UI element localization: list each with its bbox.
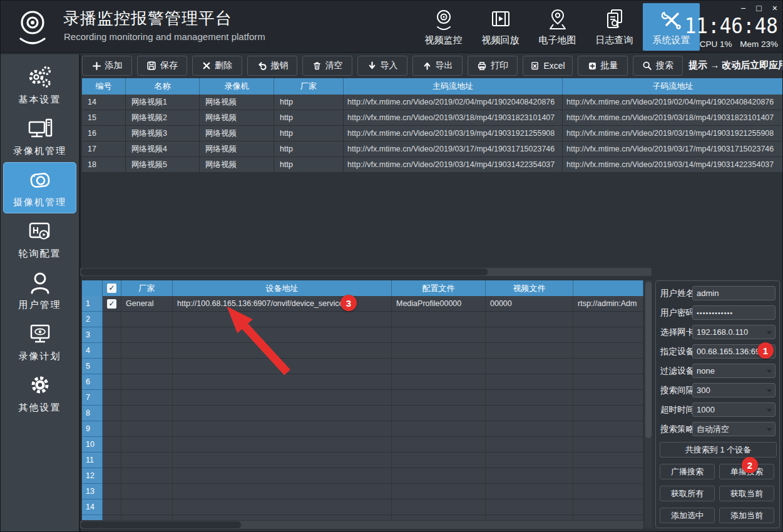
checkbox-cell[interactable]	[103, 515, 121, 520]
scrollbar-thumb[interactable]	[81, 269, 488, 275]
search-interval-select[interactable]: 300	[692, 383, 775, 397]
checkbox-cell[interactable]	[103, 359, 121, 374]
table-row[interactable]: 17网络视频4网络视频httphttp://vfx.mtime.cn/Video…	[82, 141, 783, 157]
column-header-sub-stream[interactable]: 子码流地址	[563, 78, 783, 95]
nav-video-monitor[interactable]: 视频监控	[415, 3, 472, 51]
column-header-profile[interactable]: 配置文件	[392, 280, 486, 296]
table-row[interactable]: 12	[82, 468, 643, 484]
checkbox-cell[interactable]	[103, 468, 121, 484]
sidebar-item-polling-config[interactable]: 轮询配置	[1, 213, 79, 265]
network-card-select[interactable]: 192.168.0.110	[692, 325, 775, 339]
table-row[interactable]: 18网络视频5网络视频httphttp://vfx.mtime.cn/Video…	[82, 157, 783, 173]
checkbox-cell[interactable]: ✓	[103, 296, 121, 312]
top-table-horizontal-scrollbar[interactable]	[80, 268, 652, 276]
table-row[interactable]: 10	[82, 437, 643, 453]
undo-button[interactable]: 撤销	[247, 56, 297, 76]
close-button[interactable]: ×	[772, 3, 777, 13]
table-row[interactable]: 14	[82, 499, 643, 515]
checkbox-cell[interactable]	[103, 437, 121, 453]
scrollbar-thumb[interactable]	[81, 521, 241, 528]
checkbox-cell[interactable]	[103, 453, 121, 468]
digital-clock: 11:46:48	[685, 14, 778, 38]
column-header-select-all[interactable]: ✓	[103, 280, 121, 296]
filter-device-select[interactable]: none	[692, 364, 775, 378]
undo-icon	[257, 61, 267, 71]
table-row[interactable]: 13	[82, 484, 643, 499]
table-row[interactable]: 7	[82, 390, 643, 406]
print-button[interactable]: 打印	[468, 56, 518, 76]
table-row[interactable]: 5	[82, 359, 643, 374]
clear-button[interactable]: 清空	[302, 56, 352, 76]
target-device-input[interactable]	[692, 344, 775, 359]
save-button[interactable]: 保存	[137, 56, 187, 76]
checkbox-cell[interactable]	[103, 374, 121, 390]
nav-e-map[interactable]: 电子地图	[529, 3, 586, 51]
cell-video-file	[486, 406, 573, 421]
sidebar-item-basic-settings[interactable]: 基本设置	[1, 59, 79, 111]
table-row[interactable]	[82, 515, 643, 520]
table-row[interactable]: 3	[82, 327, 643, 343]
row-number: 9	[82, 421, 103, 437]
checkbox-cell[interactable]	[103, 406, 121, 421]
column-header-vendor[interactable]: 厂家	[274, 78, 344, 95]
sidebar-item-recording-plan[interactable]: 录像计划	[1, 316, 79, 367]
sidebar-item-user-management[interactable]: 用户管理	[1, 265, 79, 316]
batch-button[interactable]: 批量	[578, 56, 628, 76]
cell-rtsp	[573, 343, 643, 359]
table-row[interactable]: 15网络视频2网络视频httphttp://vfx.mtime.cn/Video…	[82, 110, 783, 126]
add-current-button[interactable]: 添加当前	[719, 508, 774, 523]
column-header-id[interactable]: 编号	[82, 78, 126, 95]
column-header-main-stream[interactable]: 主码流地址	[344, 78, 563, 95]
username-input[interactable]	[692, 286, 775, 300]
unicast-search-button[interactable]: 单播搜索	[719, 464, 774, 479]
column-header-device-address[interactable]: 设备地址	[173, 280, 392, 296]
row-checkbox-checked[interactable]: ✓	[107, 299, 116, 309]
minimize-button[interactable]: −	[740, 3, 745, 13]
table-row[interactable]: 14网络视频1网络视频httphttp://vfx.mtime.cn/Video…	[82, 95, 783, 110]
checkbox-cell[interactable]	[103, 312, 121, 327]
export-button[interactable]: 导出	[412, 56, 463, 76]
sidebar-item-other-settings[interactable]: 其他设置	[1, 367, 79, 419]
add-selected-button[interactable]: 添加选中	[660, 508, 715, 523]
search-button[interactable]: 搜索	[633, 56, 683, 76]
row-number: 11	[82, 453, 103, 468]
table-row[interactable]: 6	[82, 374, 643, 390]
get-all-button[interactable]: 获取所有	[660, 486, 715, 501]
sidebar-item-recorder-management[interactable]: 录像机管理	[1, 111, 79, 162]
button-label: 批量	[601, 60, 618, 71]
nav-video-playback[interactable]: 视频回放	[472, 3, 529, 51]
column-header-video-file[interactable]: 视频文件	[486, 280, 573, 296]
search-strategy-select[interactable]: 自动清空	[692, 422, 775, 436]
scrollbar-thumb[interactable]	[645, 282, 652, 438]
maximize-button[interactable]: □	[756, 3, 761, 13]
sidebar-item-camera-management[interactable]: 摄像机管理	[3, 162, 76, 213]
checkbox-cell[interactable]	[103, 421, 121, 437]
nav-log-query[interactable]: 日志查询	[586, 3, 643, 51]
import-button[interactable]: 导入	[357, 56, 407, 76]
broadcast-search-button[interactable]: 广播搜索	[660, 464, 715, 479]
delete-button[interactable]: 删除	[192, 56, 242, 76]
device-table-horizontal-scrollbar[interactable]	[80, 521, 643, 529]
device-table-vertical-scrollbar[interactable]	[645, 280, 652, 528]
timeout-select[interactable]: 1000	[692, 402, 775, 417]
table-row[interactable]: 16网络视频3网络视频httphttp://vfx.mtime.cn/Video…	[82, 126, 783, 141]
table-row[interactable]: 9	[82, 421, 643, 437]
checkbox-cell[interactable]	[103, 327, 121, 343]
checkbox-cell[interactable]	[103, 390, 121, 406]
column-header-name[interactable]: 名称	[126, 78, 200, 95]
password-input[interactable]	[692, 305, 775, 320]
table-row[interactable]: 4	[82, 343, 643, 359]
excel-button[interactable]: Excel	[523, 56, 573, 76]
checkbox-cell[interactable]	[103, 484, 121, 499]
add-button[interactable]: 添加	[82, 56, 132, 76]
column-header-recorder[interactable]: 录像机	[200, 78, 274, 95]
get-current-button[interactable]: 获取当前	[719, 486, 774, 501]
checkbox-cell[interactable]	[103, 343, 121, 359]
column-header-vendor[interactable]: 厂家	[121, 280, 173, 296]
table-row[interactable]: 8	[82, 406, 643, 421]
select-all-checkbox[interactable]: ✓	[107, 284, 116, 293]
table-row[interactable]: 1✓Generalhttp://100.68.165.136:6907/onvi…	[82, 296, 643, 312]
checkbox-cell[interactable]	[103, 499, 121, 515]
table-row[interactable]: 2	[82, 312, 643, 327]
table-row[interactable]: 11	[82, 453, 643, 468]
